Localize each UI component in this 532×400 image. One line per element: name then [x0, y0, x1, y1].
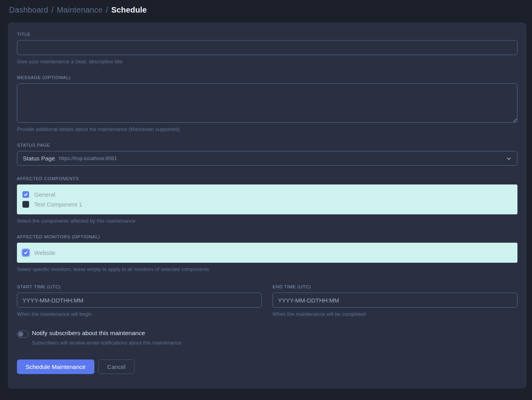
breadcrumb: Dashboard/Maintenance/Schedule	[0, 0, 532, 22]
notify-subscribers-row: Notify subscribers about this maintenanc…	[17, 330, 517, 346]
checkbox-test-component-1[interactable]	[22, 201, 29, 208]
notify-subscribers-helper-text: Subscribers will receive email notificat…	[32, 340, 182, 346]
breadcrumb-separator: /	[106, 6, 108, 14]
message-label: MESSAGE (OPTIONAL)	[17, 75, 517, 80]
monitor-label-website: Website	[34, 249, 55, 256]
component-label-general: General	[34, 191, 55, 198]
affected-monitors-field-group: AFFECTED MONITORS (OPTIONAL) Website Sel…	[17, 234, 517, 272]
component-option-test-component-1[interactable]: Test Component 1	[22, 199, 512, 209]
affected-components-helper-text: Select the components affected by this m…	[17, 218, 517, 224]
chevron-down-icon	[506, 156, 512, 161]
start-time-input[interactable]	[17, 293, 262, 308]
affected-components-label: AFFECTED COMPONENTS	[17, 176, 517, 181]
title-helper-text: Give your maintenance a clear, descripti…	[17, 59, 517, 65]
checkbox-website[interactable]	[22, 249, 29, 256]
affected-monitors-helper-text: Select specific monitors; leave empty to…	[17, 266, 517, 272]
notify-subscribers-toggle[interactable]	[17, 330, 29, 338]
end-time-input[interactable]	[272, 293, 517, 308]
status-page-label: STATUS PAGE	[17, 143, 517, 147]
monitor-option-website[interactable]: Website	[22, 248, 512, 257]
schedule-maintenance-card: TITLE Give your maintenance a clear, des…	[8, 22, 526, 389]
affected-components-field-group: AFFECTED COMPONENTS General Test Compone…	[17, 176, 517, 224]
breadcrumb-separator: /	[52, 6, 54, 14]
breadcrumb-current-schedule: Schedule	[111, 6, 147, 14]
end-time-label: END TIME (UTC)	[272, 284, 517, 289]
toggle-knob	[18, 332, 23, 337]
status-page-selected-url: https://hsp.localhost:8081	[59, 155, 117, 161]
status-page-select[interactable]: Status Page https://hsp.localhost:8081	[17, 151, 517, 166]
affected-monitors-panel: Website	[17, 243, 517, 263]
start-time-label: START TIME (UTC)	[17, 284, 262, 289]
message-helper-text: Provide additional details about the mai…	[17, 126, 517, 132]
notify-subscribers-label: Notify subscribers about this maintenanc…	[32, 330, 182, 337]
start-time-helper-text: When the maintenance will begin	[17, 311, 262, 317]
breadcrumb-dashboard[interactable]: Dashboard	[9, 6, 48, 14]
checkbox-general[interactable]	[22, 191, 29, 198]
check-icon	[24, 251, 28, 255]
affected-components-panel: General Test Component 1	[17, 184, 517, 214]
title-input[interactable]	[17, 40, 517, 55]
time-fields-row: START TIME (UTC) When the maintenance wi…	[17, 284, 517, 317]
message-field-group: MESSAGE (OPTIONAL) Provide additional de…	[17, 75, 517, 132]
title-label: TITLE	[17, 32, 517, 37]
status-page-selected-name: Status Page	[23, 155, 55, 162]
affected-monitors-label: AFFECTED MONITORS (OPTIONAL)	[17, 234, 517, 239]
component-option-general[interactable]: General	[22, 190, 512, 199]
schedule-maintenance-button[interactable]: Schedule Maintenance	[17, 359, 94, 374]
end-time-field-group: END TIME (UTC) When the maintenance will…	[272, 284, 517, 317]
cancel-button[interactable]: Cancel	[98, 359, 135, 374]
message-textarea[interactable]	[17, 83, 517, 123]
component-label-test-component-1: Test Component 1	[34, 201, 82, 208]
start-time-field-group: START TIME (UTC) When the maintenance wi…	[17, 284, 262, 317]
title-field-group: TITLE Give your maintenance a clear, des…	[17, 32, 517, 65]
check-icon	[24, 192, 28, 197]
breadcrumb-maintenance[interactable]: Maintenance	[57, 6, 103, 14]
status-page-field-group: STATUS PAGE Status Page https://hsp.loca…	[17, 143, 517, 166]
form-actions-row: Schedule Maintenance Cancel	[17, 359, 517, 374]
end-time-helper-text: When the maintenance will be completed	[272, 311, 517, 317]
